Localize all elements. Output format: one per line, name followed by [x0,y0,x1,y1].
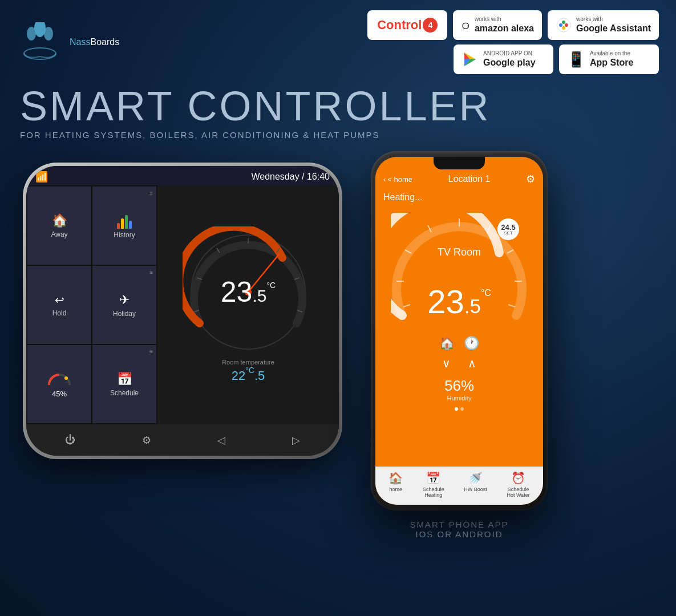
back-button[interactable]: ◁ [208,429,234,451]
phone-nav-hw-boost[interactable]: 🚿 HW Boost [464,471,487,498]
app-store-badge[interactable]: 📱 Available on the App Store [559,44,659,74]
away-label: Away [51,230,67,238]
amazon-alexa-badge[interactable]: ○ works with amazon alexa [453,10,542,40]
phone-room-name: TV Room [438,246,481,258]
history-label: History [114,231,135,239]
phone-temp-unit: °C [481,288,491,298]
phone-humidity-section: 56% Humidity [375,372,543,403]
alexa-main-text: amazon alexa [475,23,534,34]
caption-line1: SMART PHONE APP [410,520,509,529]
phone-up-arrow[interactable]: ∧ [468,356,476,370]
svg-point-3 [24,48,56,59]
svg-line-29 [508,305,515,307]
phone-nav-schedule-hot-water-icon: ⏰ [511,471,525,485]
phone-nav-home[interactable]: 🏠 home [388,471,403,498]
menu-dots-icon: ≡ [149,190,153,196]
thermo-btn-schedule[interactable]: ≡ 📅 Schedule [92,345,156,423]
thermo-datetime: Wednesday / 16:40 [251,172,330,182]
hold-label: Hold [52,309,67,317]
phone-nav-schedule-hot-water[interactable]: ⏰ ScheduleHot Water [507,471,529,498]
chevron-left-icon: ‹ [383,175,386,184]
phone-gauge-area: 24.5 SET TV Room 23.5°C [375,207,543,333]
room-temp-unit: °C [266,281,276,290]
google-play-icon [462,51,479,68]
svg-point-6 [565,23,568,27]
control4-number: 4 [423,18,438,33]
svg-point-14 [64,376,68,380]
alexa-icon: ○ [461,17,470,34]
thermostat-wrapper: 📶 Wednesday / 16:40 🏠 Away [11,151,354,471]
target-temp-main: 22 [232,368,245,383]
humidity-value: 45% [52,390,67,398]
control4-badge[interactable]: Control 4 [367,10,447,40]
schedule-label: Schedule [110,389,139,397]
thermo-btn-humidity[interactable]: 45% [27,345,91,423]
thermo-btn-history[interactable]: ≡ History [92,187,156,265]
google-play-pre-text: ANDROID APP ON [483,50,536,57]
hero-text: SMART CONTROLLER FOR HEATING SYSTEMS, BO… [0,80,676,140]
brand-nass: Nass [70,37,90,47]
hero-subtitle: FOR HEATING SYSTEMS, BOILERS, AIR CONDIT… [20,130,656,140]
phone-heating-status: Heating... [375,190,543,207]
thermo-btn-holiday[interactable]: ≡ ✈ Holiday [92,266,156,344]
badges-row-2: ANDROID APP ON Google play 📱 Available o… [454,44,659,74]
phone-location-title: Location 1 [448,174,491,184]
thermo-btn-hold[interactable]: ↩ Hold [27,266,91,344]
phone-nav-home-icon: 🏠 [388,471,403,485]
thermo-display: 📶 Wednesday / 16:40 🏠 Away [26,166,339,456]
phone-temp-main: 23 [427,283,464,320]
assistant-pre-text: works with [576,16,651,23]
logo-icon [17,22,63,62]
phone-humidity-label: Humidity [375,395,543,402]
main-area: 📶 Wednesday / 16:40 🏠 Away [0,140,676,539]
logo-area: NassBoards [17,22,119,62]
thermo-content: 🏠 Away ≡ [26,185,339,424]
dot-2 [460,407,464,411]
room-temperature-display: 23.5°C [221,278,276,306]
svg-point-8 [562,26,565,30]
thermo-btn-away[interactable]: 🏠 Away [27,187,91,265]
phone-humidity-value: 56% [375,377,543,395]
control4-text: Control [377,18,422,33]
menu-dots-2-icon: ≡ [149,269,153,275]
badges-row-1: Control 4 ○ works with amazon alexa [367,10,659,40]
phone-settings-icon[interactable]: ⚙ [526,173,535,185]
svg-point-1 [34,22,46,37]
svg-point-4 [557,18,570,32]
phone-home-icon[interactable]: 🏠 [439,336,455,351]
phone-nav-schedule-heating[interactable]: 📅 ScheduleHeating [423,471,444,498]
assistant-main-text: Google Assistant [576,23,651,34]
google-assistant-badge[interactable]: works with Google Assistant [548,10,659,40]
schedule-icon: 📅 [117,372,132,387]
dot-1 [455,407,458,411]
target-temp-badge: 24.5 SET [497,218,519,240]
brand-name: NassBoards [70,37,119,47]
phone-device: ‹ < home Location 1 ⚙ Heating... [371,151,548,510]
svg-line-33 [403,305,410,307]
thermostat-screen: 📶 Wednesday / 16:40 🏠 Away [26,166,339,456]
phone-nav-schedule-heating-label: ScheduleHeating [423,487,444,498]
phone-back-button[interactable]: ‹ < home [383,175,412,184]
app-store-pre-text: Available on the [590,50,633,57]
settings-button[interactable]: ⚙ [133,429,160,451]
phone-nav-schedule-heating-icon: 📅 [426,471,440,485]
history-chart-icon [117,213,132,229]
menu-dots-3-icon: ≡ [149,348,153,355]
thermo-right-panel: 23.5°C Room temperature 22°C.5 [157,185,339,424]
phone-caption: SMART PHONE APP IOS or ANDROID [410,520,509,539]
alexa-pre-text: works with [475,16,534,23]
google-play-main-text: Google play [483,57,536,68]
target-temp-value: 24.5 [501,224,515,231]
app-store-icon: 📱 [567,51,585,68]
phone-clock-icon[interactable]: 🕐 [464,336,479,351]
hold-icon: ↩ [55,293,64,307]
phone-nav-home-label: home [390,487,403,492]
caption-line2: IOS or ANDROID [410,529,509,539]
phone-down-arrow[interactable]: ∨ [442,356,451,370]
power-button[interactable]: ⏻ [56,429,84,451]
target-temp-sub: SET [504,231,513,236]
holiday-icon: ✈ [119,293,129,307]
svg-point-2 [44,27,53,40]
google-play-badge[interactable]: ANDROID APP ON Google play [454,44,553,74]
forward-button[interactable]: ▷ [283,429,309,451]
